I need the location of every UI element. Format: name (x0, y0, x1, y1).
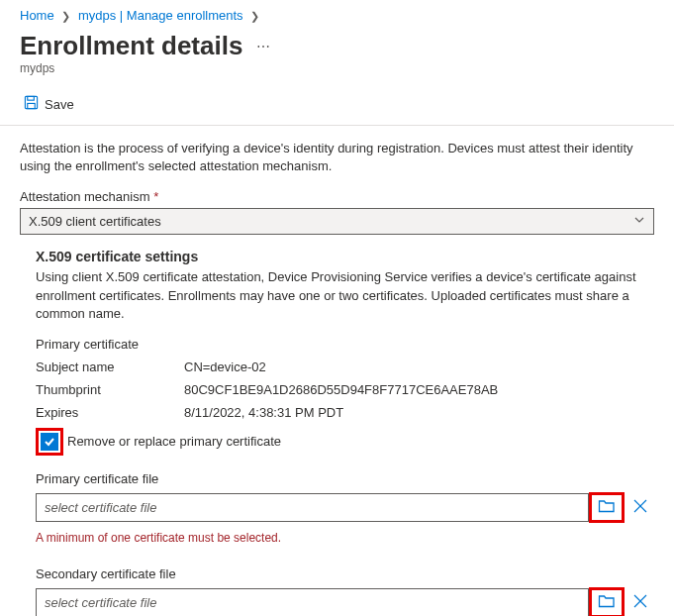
breadcrumb-home[interactable]: Home (20, 8, 54, 23)
attestation-value: X.509 client certificates (29, 214, 161, 229)
chevron-down-icon (633, 214, 645, 229)
chevron-right-icon: ❯ (61, 10, 70, 22)
secondary-cert-file-input[interactable]: select certificate file (36, 588, 589, 616)
subject-name-value: CN=device-02 (184, 359, 654, 374)
close-icon (632, 498, 648, 517)
page-subtitle: mydps (0, 61, 674, 83)
primary-cert-clear-button[interactable] (626, 494, 654, 521)
secondary-cert-clear-button[interactable] (626, 589, 654, 616)
svg-rect-1 (28, 96, 35, 100)
x509-settings-description: Using client X.509 certificate attestati… (36, 268, 654, 323)
thumbprint-value: 80C9CF1BE9A1D2686D55D94F8F7717CE6AAE78AB (184, 382, 654, 397)
primary-cert-file-label: Primary certificate file (36, 471, 654, 486)
expires-label: Expires (36, 405, 184, 420)
x509-settings-heading: X.509 certificate settings (36, 249, 654, 264)
remove-replace-checkbox[interactable] (41, 433, 58, 451)
primary-cert-browse-button[interactable] (594, 496, 620, 519)
close-icon (632, 593, 648, 612)
primary-certificate-heading: Primary certificate (36, 337, 654, 352)
certificate-error-text: A minimum of one certificate must be sel… (36, 531, 654, 545)
folder-icon (598, 593, 616, 612)
folder-icon (598, 498, 616, 517)
breadcrumb: Home ❯ mydps | Manage enrollments ❯ (0, 0, 674, 27)
primary-cert-file-input[interactable]: select certificate file (36, 493, 589, 522)
intro-text: Attestation is the process of verifying … (20, 140, 654, 175)
secondary-cert-file-label: Secondary certificate file (36, 566, 654, 581)
page-title: Enrollment details (20, 31, 242, 61)
thumbprint-label: Thumbprint (36, 382, 184, 397)
attestation-mechanism-select[interactable]: X.509 client certificates (20, 208, 654, 235)
svg-rect-2 (28, 103, 36, 108)
breadcrumb-manage-enrollments[interactable]: mydps | Manage enrollments (78, 8, 243, 23)
expires-value: 8/11/2022, 4:38:31 PM PDT (184, 405, 654, 420)
toolbar: Save (0, 83, 674, 126)
chevron-right-icon: ❯ (250, 10, 259, 22)
attestation-label: Attestation mechanism * (20, 189, 654, 204)
save-button[interactable]: Save (20, 91, 78, 117)
more-actions-button[interactable]: ⋯ (256, 39, 270, 54)
secondary-cert-browse-button[interactable] (594, 591, 620, 614)
save-icon (24, 95, 39, 113)
save-label: Save (45, 97, 74, 112)
subject-name-label: Subject name (36, 359, 184, 374)
remove-replace-label: Remove or replace primary certificate (67, 434, 281, 449)
